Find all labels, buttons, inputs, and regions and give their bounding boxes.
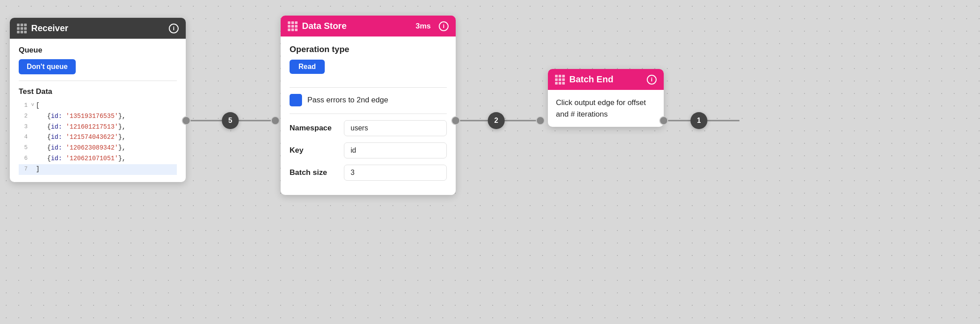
divider-2: [290, 87, 447, 88]
receiver-output-port[interactable]: [182, 116, 191, 125]
datastore-title: Data Store: [302, 21, 411, 31]
code-line-1: 1 v [: [19, 101, 177, 111]
line-arrow-3: [31, 122, 34, 130]
connector-circle-1[interactable]: 1: [690, 112, 707, 129]
code-content-7: ]: [36, 164, 40, 175]
batchend-title: Batch End: [569, 74, 642, 85]
datastore-output-port[interactable]: [451, 116, 460, 125]
code-line-4: 4 {id: '121574043622'},: [19, 132, 177, 143]
batchend-body-text: Click output edge for offset and # itera…: [556, 98, 646, 118]
datastore-timing: 3ms: [416, 22, 431, 31]
key-input[interactable]: [344, 142, 447, 158]
canvas: Receiver i Queue Don't queue Test Data 1…: [0, 0, 980, 324]
datastore-header: Data Store 3ms i: [281, 16, 456, 36]
read-button[interactable]: Read: [290, 60, 325, 74]
circle-1-label: 1: [697, 117, 701, 125]
pass-errors-text: Pass errors to 2nd edge: [307, 96, 388, 105]
key-row: Key: [290, 142, 447, 158]
line-arrow-5: [31, 143, 34, 151]
namespace-row: Namespace: [290, 120, 447, 136]
connector-circle-5[interactable]: 5: [222, 112, 239, 129]
line-arrow-1: v: [31, 101, 34, 109]
batchend-grid-icon: [555, 75, 565, 85]
batchend-body: Click output edge for offset and # itera…: [548, 90, 664, 127]
datastore-input-port[interactable]: [271, 116, 280, 125]
datastore-node: Data Store 3ms i Operation type Read Pas…: [281, 16, 456, 195]
receiver-body: Queue Don't queue Test Data 1 v [ 2 {id:…: [10, 39, 186, 182]
connector-circle-2[interactable]: 2: [488, 112, 505, 129]
line-arrow-6: [31, 154, 34, 162]
batchend-header: Batch End i: [548, 69, 664, 90]
divider-1: [19, 81, 177, 81]
datastore-grid-icon: [288, 21, 298, 31]
test-data-label: Test Data: [19, 87, 177, 96]
code-line-3: 3 {id: '121601217513'},: [19, 122, 177, 133]
batchend-node: Batch End i Click output edge for offset…: [548, 69, 664, 127]
circle-2-label: 2: [494, 117, 498, 125]
batchend-info-button[interactable]: i: [647, 75, 657, 85]
circle-5-label: 5: [229, 117, 233, 125]
line-num-6: 6: [19, 154, 31, 163]
code-brace-5: {: [36, 143, 51, 154]
code-brace-3: {: [36, 122, 51, 133]
code-line-6: 6 {id: '120621071051'},: [19, 154, 177, 164]
operation-type-label: Operation type: [290, 45, 447, 54]
code-line-7: 7 ]: [19, 164, 177, 175]
line-arrow-4: [31, 132, 34, 141]
line-num-2: 2: [19, 111, 31, 121]
pass-errors-row: Pass errors to 2nd edge: [290, 94, 447, 106]
code-line-5: 5 {id: '120623089342'},: [19, 143, 177, 154]
dont-queue-button[interactable]: Don't queue: [19, 59, 76, 74]
line-num-1: 1: [19, 101, 31, 110]
code-brace-2: {: [36, 111, 51, 122]
code-brace-4: {: [36, 132, 51, 143]
batch-size-row: Batch size: [290, 165, 447, 181]
namespace-label: Namespace: [290, 124, 339, 133]
line-num-4: 4: [19, 132, 31, 142]
batch-size-label: Batch size: [290, 168, 339, 177]
batch-size-input[interactable]: [344, 165, 447, 181]
line-num-3: 3: [19, 122, 31, 132]
code-area: 1 v [ 2 {id: '135193176535'}, 3 {id: '12…: [19, 101, 177, 175]
receiver-info-button[interactable]: i: [169, 24, 179, 33]
line-arrow-7: [31, 164, 34, 173]
receiver-node: Receiver i Queue Don't queue Test Data 1…: [10, 18, 186, 182]
code-brace-6: {: [36, 154, 51, 164]
divider-3: [290, 113, 447, 114]
code-line-2: 2 {id: '135193176535'},: [19, 111, 177, 122]
code-content-1: [: [36, 101, 40, 111]
line-num-7: 7: [19, 164, 31, 174]
pass-errors-checkbox[interactable]: [290, 94, 302, 106]
receiver-header: Receiver i: [10, 18, 186, 39]
line-arrow-2: [31, 111, 34, 120]
datastore-body: Operation type Read Pass errors to 2nd e…: [281, 36, 456, 195]
line-num-5: 5: [19, 143, 31, 153]
receiver-grid-icon: [17, 24, 27, 33]
queue-label: Queue: [19, 46, 177, 55]
receiver-title: Receiver: [31, 23, 164, 33]
datastore-info-button[interactable]: i: [439, 21, 449, 31]
test-data-section: Test Data 1 v [ 2 {id: '135193176535'}, …: [19, 87, 177, 175]
batchend-output-port[interactable]: [659, 116, 668, 125]
batchend-input-port[interactable]: [536, 116, 545, 125]
namespace-input[interactable]: [344, 120, 447, 136]
key-label: Key: [290, 146, 339, 155]
